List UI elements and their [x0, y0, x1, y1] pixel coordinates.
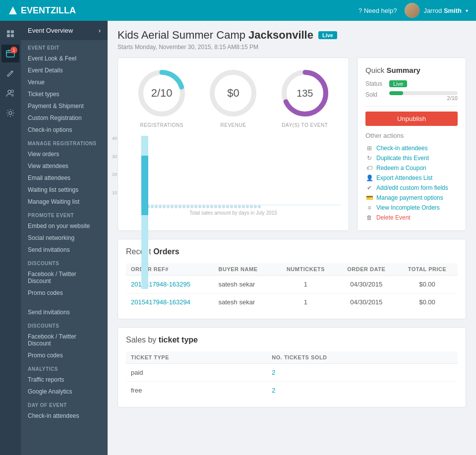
sidebar-link-ticket-types[interactable]: Ticket types [21, 88, 108, 100]
svg-rect-1 [7, 30, 10, 33]
chart-dot [218, 205, 221, 208]
sidebar-icon-calendar[interactable]: 1 [1, 45, 19, 62]
recent-orders-title: Recent Orders [126, 247, 458, 256]
sidebar-icon-home[interactable] [1, 25, 19, 43]
sidebar-link-promo-codes[interactable]: Promo codes [21, 287, 108, 299]
chart-caption: Total sales amount by days in July 2015 [126, 210, 341, 216]
action-redeem-coupon[interactable]: 🏷 Redeem a Coupon [365, 163, 458, 173]
sales-by-ticket-title: Sales by ticket type [126, 336, 458, 344]
action-duplicate-event[interactable]: ↻ Duplicate this Event [365, 153, 458, 163]
revenue-donut-container: $0 [206, 66, 260, 120]
col-numtickets: NUMTICKETS [275, 263, 336, 276]
event-header: Kids Aerial Summer Camp Jacksonville Liv… [118, 29, 466, 42]
qs-sold-text: 2/10 [389, 95, 458, 101]
chart-dot [250, 205, 253, 208]
action-export-attendees[interactable]: 👤 Export Attendees List [365, 173, 458, 183]
svg-point-11 [11, 90, 14, 93]
tickets-1: 1 [275, 276, 336, 293]
sidebar-link-checkin[interactable]: Check-in options [21, 124, 108, 136]
buyer-name-2: satesh sekar [214, 293, 276, 311]
tickets-2: 1 [275, 293, 336, 311]
sidebar-link-venue[interactable]: Venue [21, 76, 108, 88]
svg-rect-7 [8, 50, 9, 52]
chart-dot [230, 205, 233, 208]
orders-table: ORDER REF# BUYER NAME NUMTICKETS ORDER D… [126, 263, 458, 311]
sidebar-link-manage-waiting[interactable]: Manage Waiting list [21, 196, 108, 208]
topnav-right: ? Need help? Jarrod Smith ▾ [358, 3, 468, 18]
sidebar-link-send-invitations[interactable]: Send invitations [21, 244, 108, 256]
chart-dot [178, 205, 181, 208]
chart-dot [226, 205, 229, 208]
svg-rect-4 [11, 34, 14, 37]
sidebar-link-payment[interactable]: Payment & Shipment [21, 100, 108, 112]
chart-dot [222, 205, 225, 208]
chart-dot [159, 205, 162, 208]
sidebar-link-traffic-reports[interactable]: Traffic reports [21, 374, 108, 386]
top-section: 2/10 REGISTRATIONS $0 [118, 57, 466, 231]
sidebar-section-discounts: DISCOUNTS [21, 256, 108, 268]
sidebar-link-fb-discount[interactable]: Facebook / Twitter Discount [21, 268, 108, 287]
orders-table-head: ORDER REF# BUYER NAME NUMTICKETS ORDER D… [126, 263, 458, 276]
chart-dot [246, 205, 249, 208]
chart-dot [151, 205, 154, 208]
sidebar-link-view-attendees[interactable]: View attendees [21, 160, 108, 172]
chart-dot [210, 205, 213, 208]
sidebar-section-promote: PROMOTE EVENT [21, 208, 108, 220]
sidebar-link-view-orders[interactable]: View orders [21, 148, 108, 160]
action-custom-form[interactable]: ✔ Add/edit custom form fields [365, 183, 458, 193]
col-buyer-name: BUYER NAME [214, 263, 276, 276]
unpublish-button[interactable]: Unpublish [365, 112, 458, 126]
help-link[interactable]: ? Need help? [358, 7, 397, 14]
qs-status-label: Status [365, 80, 385, 87]
tickets-sold-2: 2 [267, 382, 458, 399]
action-coupon-icon: 🏷 [365, 165, 373, 171]
col-order-date: ORDER DATE [336, 263, 397, 276]
quick-summary: Quick Summary Status Live Sold 2/10 [357, 57, 466, 231]
sidebar-icon-users[interactable] [1, 84, 19, 102]
days-donut-container: 135 [278, 66, 332, 120]
sidebar-icon-settings[interactable] [1, 104, 19, 122]
sidebar-link-embed[interactable]: Embed on your website [21, 220, 108, 232]
sidebar-link-social[interactable]: Social networking [21, 232, 108, 244]
table-row: 2015417948-163295 satesh sekar 1 04/30/2… [126, 276, 458, 293]
bar-chart-yaxis: 40 30 20 10 [112, 136, 117, 208]
bar-chart-bar [141, 260, 148, 275]
action-incomplete-orders[interactable]: ≡ View Incomplete Orders [365, 203, 458, 213]
sidebar-section-event-edit: EVENT EDIT [21, 40, 108, 53]
sidebar-link-email-attendees[interactable]: Email attendees [21, 172, 108, 184]
sidebar-link-event-look[interactable]: Event Look & Feel [21, 53, 108, 64]
action-checkin-attendees[interactable]: ⊞ Check-in attendees [365, 143, 458, 153]
sidebar-link-promo-codes-2[interactable]: Promo codes [21, 349, 108, 361]
sidebar-link-waiting-list-settings[interactable]: Waiting list settings [21, 184, 108, 196]
registrations-value: 2/10 [151, 87, 173, 100]
logo-text: EVENTZILLA [21, 5, 76, 16]
chart-dot [175, 205, 178, 208]
logo[interactable]: EVENTZILLA [8, 5, 76, 16]
sidebar-icon-edit[interactable] [1, 64, 19, 82]
sidebar-link-google-analytics[interactable]: Google Analytics [21, 386, 108, 398]
order-ref-1[interactable]: 2015417948-163295 [126, 276, 214, 293]
sidebar-event-overview[interactable]: Event Overview › [21, 21, 108, 40]
registrations-donut: 2/10 REGISTRATIONS [134, 66, 189, 128]
action-payment-options[interactable]: 💳 Manage payment options [365, 193, 458, 203]
sidebar-link-fb-discount-2[interactable]: Facebook / Twitter Discount [21, 331, 108, 349]
recent-orders-section: Recent Orders ORDER REF# BUYER NAME NUMT… [118, 239, 466, 319]
sidebar-link-checkin-attendees[interactable]: Check-in attendees [21, 410, 108, 422]
sidebar-link-send-invitations-2[interactable]: Send invitations [21, 306, 108, 318]
col-order-ref: ORDER REF# [126, 263, 214, 276]
donut-row: 2/10 REGISTRATIONS $0 [126, 66, 341, 128]
order-ref-2[interactable]: 2015417948-163294 [126, 293, 214, 311]
chart-dot [206, 205, 209, 208]
price-2: $0.00 [397, 293, 458, 311]
date-2: 04/30/2015 [336, 293, 397, 311]
action-delete-event[interactable]: 🗑 Delete Event [365, 213, 458, 223]
sidebar-link-event-details[interactable]: Event Details [21, 64, 108, 76]
ticket-type-2: free [126, 382, 267, 399]
action-export-icon: 👤 [365, 174, 373, 181]
username: Jarrod Smith [423, 7, 462, 14]
chart-dot [198, 205, 201, 208]
sidebar-link-custom-reg[interactable]: Custom Registration [21, 112, 108, 124]
tickets-sold-1: 2 [267, 364, 458, 382]
user-menu[interactable]: Jarrod Smith ▾ [405, 3, 468, 18]
table-row: 2015417948-163294 satesh sekar 1 04/30/2… [126, 293, 458, 311]
